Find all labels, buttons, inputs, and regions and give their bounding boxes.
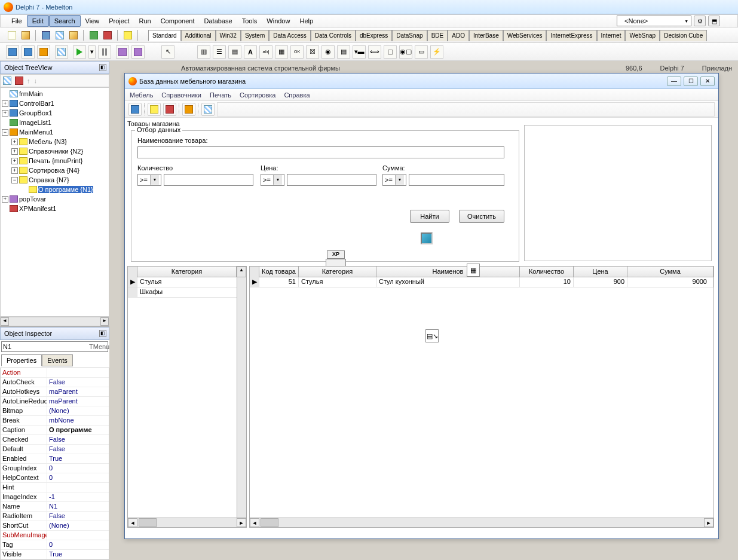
trace-btn[interactable] [116,45,129,59]
prop-row[interactable]: DefaultFalse [1,445,109,454]
comp-groupbox-icon[interactable]: ▢ [384,45,397,59]
menu-project[interactable]: Project [104,16,134,26]
menu-file[interactable]: File [7,16,27,26]
form-tb-config[interactable] [201,103,215,116]
cat-hscroll[interactable]: ◄► [128,518,246,527]
data-hscroll[interactable]: ◄► [250,518,713,527]
saveall-btn[interactable] [54,29,66,41]
open-btn[interactable] [20,29,32,41]
run-dd-btn[interactable]: ▾ [88,45,96,59]
tree-node[interactable]: frmMain [2,89,108,99]
dh-sum[interactable]: Сумма [627,267,713,277]
data-grid[interactable]: Код товара Категория Наименов Количество… [249,266,714,528]
pin-icon[interactable]: ◧ [99,64,106,71]
menu-view[interactable]: View [81,16,105,26]
tree-node[interactable]: +popTovar [2,194,108,204]
prop-row[interactable]: CaptionО программе [1,426,109,435]
open2-btn[interactable] [68,29,79,41]
xp-manifest-icon[interactable]: XP [327,250,345,259]
tab-datasnap[interactable]: DataSnap [392,30,427,41]
tree-icon-2[interactable] [15,76,23,85]
pin-icon-2[interactable]: ◧ [99,330,106,337]
pointer-icon[interactable]: ↖ [161,45,174,59]
tab-win32[interactable]: Win32 [216,30,241,41]
prop-row[interactable]: ImageIndex-1 [1,492,109,502]
menu-help[interactable]: Help [295,16,318,26]
prop-row[interactable]: EnabledTrue [1,454,109,464]
prop-row[interactable]: AutoHotkeysmaParent [1,387,109,397]
comp-memo-icon[interactable]: ▦ [275,45,288,59]
tree-body[interactable]: frmMain+ControlBar1+GroupBox1ImageList1−… [0,87,109,317]
view-form-btn[interactable] [6,45,19,59]
prop-row[interactable]: AutoCheckFalse [1,378,109,387]
menu-window[interactable]: Window [262,16,295,26]
arrow-down-icon[interactable]: ↓ [34,77,38,84]
comp-frames-icon[interactable]: ▥ [197,45,210,59]
close-icon[interactable]: ✕ [700,76,715,86]
categories-grid[interactable]: Категория ▲ ▶Стулья Шкафы ◄► [127,266,247,528]
tab-internetexpress[interactable]: InternetExpress [546,30,596,41]
comp-combobox-icon[interactable]: ▾▬ [353,45,366,59]
cat-vscroll[interactable] [237,277,246,518]
comp-button-icon[interactable]: OK [290,45,304,59]
select-qty-op[interactable]: >= [137,174,161,186]
dh-price[interactable]: Цена [574,267,627,277]
dc-sum[interactable]: 9000 [627,277,713,287]
prop-row[interactable]: GroupIndex0 [1,464,109,473]
dh-qty[interactable]: Количество [520,267,574,277]
newform-btn[interactable] [55,45,68,59]
prop-row[interactable]: HelpContext0 [1,473,109,483]
form-menu-3[interactable]: Сортировка [240,91,275,99]
comp-popup-icon[interactable]: ▤ [228,45,241,59]
cat-row-1[interactable]: Шкафы [137,287,246,297]
select-price-op[interactable]: >= [261,174,284,186]
dh-code[interactable]: Код товара [259,267,299,277]
cat-row-0[interactable]: Стулья [137,277,246,287]
view-unit-btn[interactable] [22,45,35,59]
form-menu-1[interactable]: Справочники [161,91,201,99]
form-tb-delete[interactable] [163,103,176,116]
tab-interbase[interactable]: InterBase [469,30,503,41]
comp-scrollbar-icon[interactable]: ⟺ [368,45,381,59]
dc-price[interactable]: 900 [574,277,627,287]
tab-dbexpress[interactable]: dbExpress [356,30,392,41]
prop-row[interactable]: BreakmbNone [1,416,109,426]
datasource-component-icon[interactable]: ▤↘ [425,329,439,342]
dc-qty[interactable]: 10 [520,277,574,287]
prop-row[interactable]: AutoLineReducmaParent [1,397,109,406]
clear-button[interactable]: Очистить [459,210,504,223]
comp-mainmenu-icon[interactable]: ☰ [213,45,226,59]
menu-search[interactable]: Search [49,15,81,27]
form-menu-0[interactable]: Мебель [130,91,153,99]
form-tb-open[interactable] [182,103,195,116]
addfile-btn[interactable] [88,29,100,41]
maximize-icon[interactable]: ☐ [684,76,698,86]
tab-webservices[interactable]: WebServices [503,30,547,41]
config-btn-2[interactable]: ⬒ [708,16,720,26]
prop-row[interactable]: Bitmap(None) [1,406,109,416]
tab-websnap[interactable]: WebSnap [625,30,660,41]
save-btn[interactable] [40,29,52,41]
minimize-icon[interactable]: — [667,76,681,86]
tree-node[interactable]: ImageList1 [2,118,108,127]
prop-row[interactable]: CheckedFalse [1,435,109,445]
dh-name[interactable]: Наименов [376,267,520,277]
comp-listbox-icon[interactable]: ▤ [337,45,350,59]
tree-node[interactable]: +Сортировка {N4} [2,166,108,175]
dc-cat[interactable]: Стулья [299,277,376,287]
tab-standard[interactable]: Standard [148,30,181,41]
removefile-btn[interactable] [102,29,114,41]
inspector-object-select[interactable]: TMenuItem ▼ [1,341,108,352]
input-qty[interactable] [164,174,253,186]
find-button[interactable]: Найти [410,210,449,223]
menu-run[interactable]: Run [134,16,155,26]
comp-radio-icon[interactable]: ◉ [321,45,335,59]
tab-bde[interactable]: BDE [427,30,448,41]
input-name[interactable] [137,146,504,158]
input-sum[interactable] [409,174,504,186]
tab-ado[interactable]: ADO [448,30,469,41]
tree-node[interactable]: +GroupBox1 [2,108,108,118]
tree-node[interactable]: О программе {N1} [2,185,108,194]
prop-row[interactable]: RadioItemFalse [1,512,109,521]
form-menu-4[interactable]: Справка [284,91,310,99]
